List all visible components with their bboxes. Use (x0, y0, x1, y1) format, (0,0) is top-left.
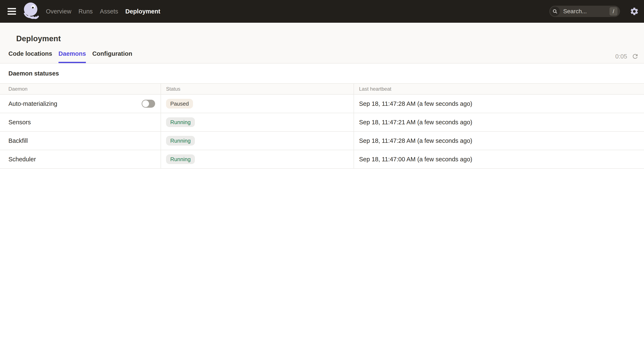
daemons-content: Daemon statuses Daemon Status Last heart… (0, 63, 644, 169)
section-title: Daemon statuses (0, 63, 644, 77)
refresh-icon (632, 53, 639, 60)
nav-item-assets[interactable]: Assets (100, 8, 118, 15)
gear-icon (630, 7, 639, 16)
refresh-button[interactable] (631, 52, 639, 60)
nav-item-runs[interactable]: Runs (78, 8, 93, 15)
status-badge: Running (166, 136, 195, 146)
status-badge: Running (166, 154, 195, 164)
last-heartbeat: Sep 18, 11:47:21 AM (a few seconds ago) (359, 119, 472, 126)
toggle-knob (142, 100, 149, 107)
refresh-area: 0:05 (616, 52, 639, 60)
daemon-name: Scheduler (8, 156, 36, 163)
page-header: Deployment Code locations Daemons Config… (0, 23, 644, 63)
refresh-countdown: 0:05 (616, 53, 627, 60)
dagster-logo[interactable] (22, 1, 41, 21)
column-header-status: Status (161, 84, 354, 94)
column-header-daemon: Daemon (0, 84, 161, 94)
search-input[interactable] (563, 8, 610, 15)
column-header-last-heartbeat: Last heartbeat (354, 84, 644, 94)
global-search[interactable]: / (549, 6, 620, 17)
last-heartbeat: Sep 18, 11:47:28 AM (a few seconds ago) (359, 100, 472, 107)
tab-bar: Code locations Daemons Configuration 0:0… (0, 50, 644, 63)
last-heartbeat: Sep 18, 11:47:28 AM (a few seconds ago) (359, 137, 472, 144)
search-icon (550, 6, 560, 16)
last-heartbeat: Sep 18, 11:47:00 AM (a few seconds ago) (359, 156, 472, 163)
dagster-octopus-icon (22, 1, 41, 21)
table-row: Sensors Running Sep 18, 11:47:21 AM (a f… (0, 113, 644, 132)
tab-code-locations[interactable]: Code locations (8, 50, 52, 63)
auto-materializing-toggle[interactable] (142, 100, 155, 108)
daemon-name: Auto-materializing (8, 100, 57, 107)
table-header-row: Daemon Status Last heartbeat (0, 83, 644, 95)
status-badge: Running (166, 117, 195, 127)
tab-configuration[interactable]: Configuration (92, 50, 132, 63)
daemon-name: Backfill (8, 137, 28, 144)
table-row: Scheduler Running Sep 18, 11:47:00 AM (a… (0, 150, 644, 169)
search-shortcut-badge: / (610, 7, 618, 15)
status-badge: Paused (166, 99, 193, 108)
main-nav: Overview Runs Assets Deployment (46, 8, 160, 15)
nav-item-deployment[interactable]: Deployment (126, 8, 160, 15)
table-row: Auto-materializing Paused Sep 18, 11:47:… (0, 95, 644, 113)
page-title: Deployment (0, 23, 644, 43)
table-row: Backfill Running Sep 18, 11:47:28 AM (a … (0, 132, 644, 150)
daemon-name: Sensors (8, 119, 31, 126)
hamburger-menu-icon[interactable] (8, 6, 18, 16)
settings-button[interactable] (629, 6, 639, 16)
nav-item-overview[interactable]: Overview (46, 8, 71, 15)
daemon-status-table: Daemon Status Last heartbeat Auto-materi… (0, 83, 644, 169)
top-navigation-bar: Overview Runs Assets Deployment / (0, 0, 644, 23)
tab-daemons[interactable]: Daemons (58, 50, 86, 63)
